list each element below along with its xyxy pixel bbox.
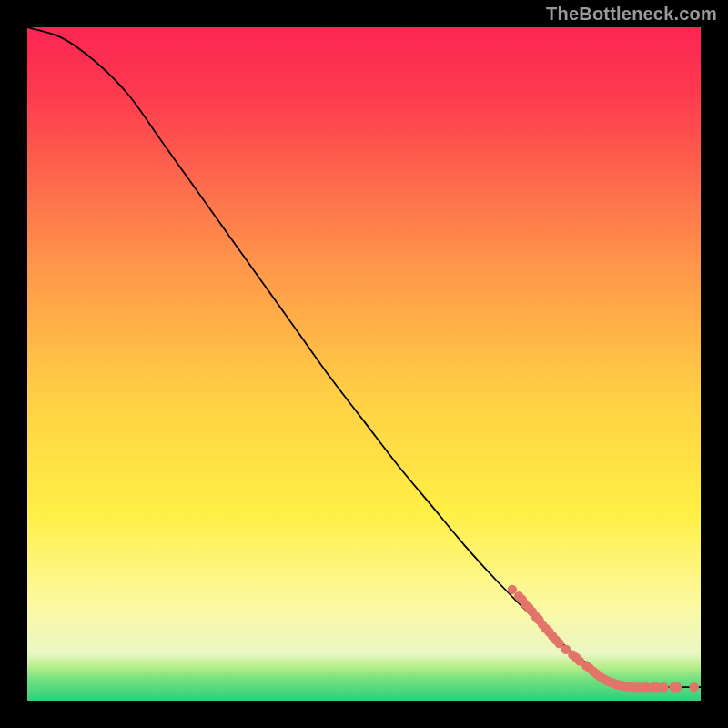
chart-background — [27, 27, 701, 701]
chart-container: TheBottleneck.com — [0, 0, 728, 728]
chart-svg — [27, 27, 701, 701]
data-point — [508, 585, 517, 594]
data-point — [672, 682, 682, 692]
plot-area — [27, 27, 701, 701]
data-point — [659, 682, 668, 692]
attribution-text: TheBottleneck.com — [546, 4, 717, 25]
data-point — [689, 682, 698, 692]
